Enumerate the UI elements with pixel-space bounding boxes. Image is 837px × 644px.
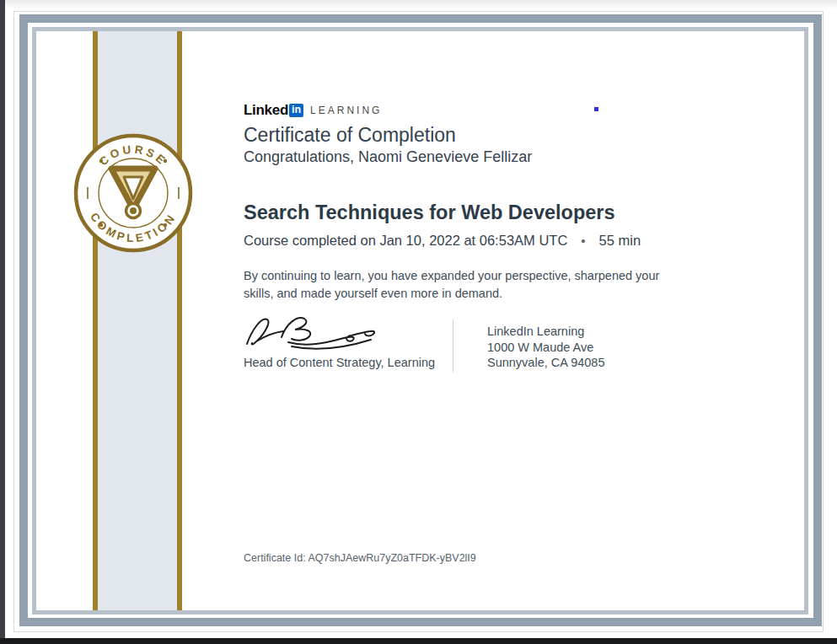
seal-dot	[99, 159, 103, 163]
signer-title: Head of Content Strategy, Learning	[244, 356, 435, 369]
linkedin-in-icon: in	[289, 104, 303, 117]
certificate-title: Certificate of Completion	[244, 124, 456, 147]
issuer-address-line2: Sunnyvale, CA 94085	[487, 355, 604, 371]
bullet-separator: •	[581, 233, 585, 248]
seal-dot	[99, 223, 103, 227]
course-completion-seal: COURSE COMPLETION	[72, 131, 195, 255]
blue-dot-artifact	[594, 107, 598, 111]
course-title: Search Techniques for Web Developers	[244, 201, 615, 224]
gold-edged-stripe	[93, 31, 182, 610]
course-completed-text: Course completed on Jan 10, 2022 at 06:5…	[244, 233, 567, 249]
course-duration: 55 min	[599, 233, 641, 249]
page-top-shadow	[0, 0, 837, 10]
message-paragraph: By continuing to learn, you have expande…	[244, 267, 675, 303]
issuer-address-line1: 1000 W Maude Ave	[487, 340, 604, 356]
page-edge-left	[0, 0, 5, 644]
issuer-address-block: LinkedIn Learning 1000 W Maude Ave Sunny…	[487, 324, 604, 371]
vertical-divider	[453, 319, 453, 373]
certificate-page: COURSE COMPLETION Linked in LEARNING Cer…	[0, 0, 837, 644]
congratulations-line: Congratulations, Naomi Genevieve Felliza…	[244, 148, 532, 166]
issuer-name: LinkedIn Learning	[487, 324, 604, 340]
linkedin-learning-logo: Linked in LEARNING	[244, 102, 382, 119]
logo-learning-text: LEARNING	[310, 105, 382, 116]
seal-dot	[164, 159, 167, 163]
certificate-id: Certificate Id: AQ7shJAewRu7yZ0aTFDK-yBV…	[244, 552, 476, 564]
course-completed-row: Course completed on Jan 10, 2022 at 06:5…	[244, 233, 641, 249]
page-edge-bottom	[0, 638, 837, 644]
logo-linked-text: Linked	[244, 102, 288, 119]
signature-image	[241, 312, 389, 354]
seal-dot	[164, 223, 167, 227]
